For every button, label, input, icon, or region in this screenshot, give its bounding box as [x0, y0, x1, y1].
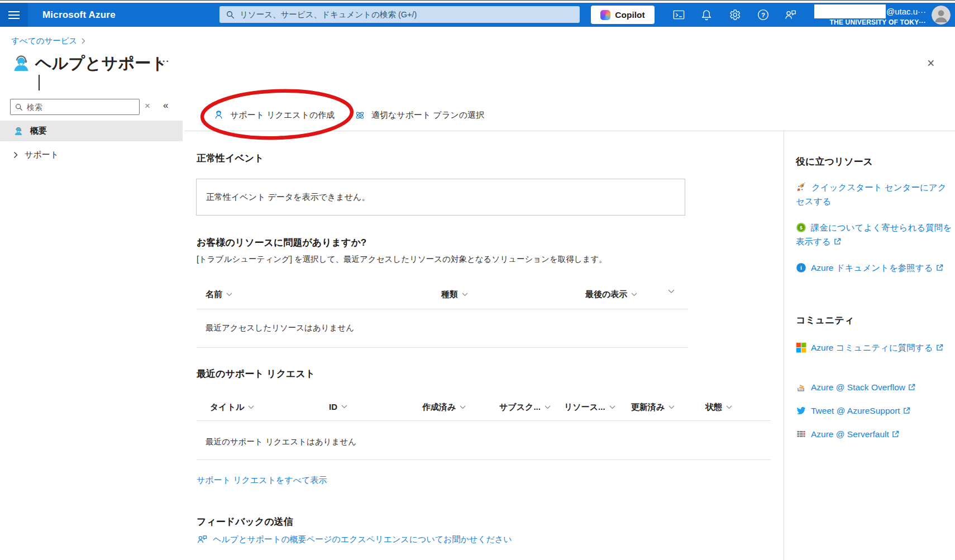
view-all-support-requests-link[interactable]: サポート リクエストをすべて表示: [197, 475, 327, 486]
azure-brand[interactable]: Microsoft Azure: [42, 9, 116, 21]
resource-problems-description: [トラブルシューティング] を選択して、最近アクセスしたリソースの対象となるソリ…: [197, 254, 607, 265]
sidebar-search-input[interactable]: [27, 103, 135, 112]
feedback-icon[interactable]: [777, 3, 804, 27]
external-link-icon: [903, 407, 910, 414]
sidebar-item-overview[interactable]: 概要: [0, 121, 183, 141]
billing-coin-icon: $: [796, 222, 806, 233]
column-header-resource[interactable]: リソース...: [564, 402, 615, 413]
settings-gear-icon[interactable]: [721, 3, 748, 27]
account-email: @utac.u···: [886, 7, 926, 16]
account-org: THE UNIVERSITY OF TOKY···: [814, 18, 926, 26]
chevron-down-icon: [609, 405, 615, 409]
column-header-updated[interactable]: 更新済み: [631, 402, 675, 413]
external-link-icon: [936, 264, 943, 271]
divider: [784, 131, 784, 560]
azure-community-link[interactable]: Azure コミュニティに質問する: [796, 341, 952, 355]
section-title-recent-requests: 最近のサポート リクエスト: [197, 367, 315, 380]
twitter-bird-icon: [796, 405, 806, 416]
chevron-down-icon: [631, 293, 637, 296]
billing-faq-link[interactable]: $ 課金についてよく寄せられる質問を表示する: [796, 221, 952, 248]
divider: [197, 460, 771, 460]
columns-dropdown[interactable]: [668, 289, 675, 294]
health-events-empty-box: 正常性イベント データを表示できません。: [196, 179, 685, 216]
chevron-down-icon: [460, 405, 466, 409]
account-name-redacted: [814, 4, 886, 18]
section-title-feedback: フィードバックの送信: [197, 515, 293, 528]
chevron-down-icon: [462, 293, 468, 296]
twitter-link[interactable]: Tweet @ AzureSupport: [796, 404, 952, 418]
resources-empty-message: 最近アクセスしたリソースはありません: [206, 323, 354, 333]
help-icon[interactable]: ?: [749, 3, 776, 27]
breadcrumb-all-services[interactable]: すべてのサービス: [11, 36, 77, 46]
column-header-last-viewed[interactable]: 最後の表示: [585, 289, 637, 300]
external-link-icon: [834, 238, 841, 245]
svg-text:$: $: [800, 225, 803, 231]
svg-text:i: i: [800, 265, 802, 271]
breadcrumb: すべてのサービス: [11, 36, 85, 46]
global-search-input[interactable]: [240, 10, 573, 19]
global-search[interactable]: [219, 6, 580, 23]
clear-search-icon[interactable]: ×: [145, 100, 150, 112]
chevron-down-icon: [545, 405, 551, 409]
requests-empty-message: 最近のサポート リクエストはありません: [206, 437, 356, 447]
quickstart-center-link[interactable]: クイックスタート センターにアクセスする: [796, 180, 952, 208]
help-support-icon: [11, 53, 31, 73]
external-link-icon: [936, 344, 943, 351]
hamburger-menu-icon[interactable]: [0, 3, 28, 27]
sidebar-item-label: 概要: [30, 126, 47, 136]
copilot-icon: [600, 10, 610, 20]
chevron-down-icon: [226, 293, 232, 296]
microsoft-logo-icon: [796, 342, 806, 353]
divider: [197, 347, 688, 348]
column-header-created[interactable]: 作成済み: [422, 402, 466, 413]
notifications-bell-icon[interactable]: [693, 3, 720, 27]
close-icon[interactable]: ×: [927, 57, 934, 70]
atom-plan-icon: [354, 109, 366, 121]
chevron-right-icon: [82, 38, 85, 44]
divider: [184, 131, 955, 131]
chevron-down-icon: [726, 405, 732, 409]
overview-person-icon: [13, 126, 23, 136]
choose-support-plan-button[interactable]: 適切なサポート プランの選択: [354, 104, 484, 126]
column-header-subscription[interactable]: サブスク...: [499, 402, 551, 413]
column-header-type[interactable]: 種類: [441, 289, 468, 300]
sidebar-item-label: サポート: [25, 150, 59, 160]
azure-docs-link[interactable]: i Azure ドキュメントを参照する: [796, 261, 952, 275]
page-title: ヘルプとサポート: [35, 52, 168, 75]
chevron-down-icon: [248, 405, 254, 409]
rocket-icon: [796, 181, 807, 193]
copilot-button[interactable]: Copilot: [591, 6, 655, 24]
column-header-id[interactable]: ID: [329, 402, 347, 411]
column-header-status[interactable]: 状態: [705, 402, 732, 413]
text-cursor: [39, 75, 40, 90]
sidebar-item-support[interactable]: サポート: [0, 145, 183, 165]
chevron-down-icon: [668, 289, 675, 294]
stack-overflow-icon: [796, 382, 806, 393]
column-header-name[interactable]: 名前: [206, 289, 232, 300]
external-link-icon: [908, 384, 915, 391]
create-support-request-button[interactable]: サポート リクエストの作成: [213, 104, 335, 126]
more-options-icon[interactable]: ···: [159, 56, 170, 67]
chevron-down-icon: [341, 405, 347, 409]
account-menu[interactable]: @utac.u··· THE UNIVERSITY OF TOKY···: [814, 4, 926, 26]
collapse-pane-icon[interactable]: «: [163, 100, 168, 111]
search-icon: [226, 11, 235, 19]
info-icon: i: [796, 262, 806, 273]
external-link-icon: [892, 430, 899, 438]
feedback-person-icon: [197, 534, 208, 545]
useful-resources-title: 役に立つリソース: [796, 155, 873, 168]
sidebar-search[interactable]: [10, 99, 140, 115]
divider: [197, 420, 771, 421]
divider: [197, 309, 688, 309]
section-title-health-events: 正常性イベント: [197, 152, 264, 165]
cloud-shell-icon[interactable]: [665, 3, 692, 27]
serverfault-link[interactable]: Azure @ Serverfault: [796, 427, 952, 441]
svg-text:?: ?: [761, 12, 765, 18]
serverfault-icon: [796, 429, 806, 439]
column-header-title[interactable]: タイトル: [210, 402, 254, 413]
feedback-link[interactable]: ヘルプとサポートの概要ページのエクスペリエンスについてお聞かせください: [197, 534, 512, 545]
stack-overflow-link[interactable]: Azure @ Stack Overflow: [796, 380, 952, 394]
chevron-down-icon: [668, 405, 675, 409]
community-title: コミュニティ: [796, 314, 854, 327]
avatar[interactable]: [932, 6, 951, 25]
